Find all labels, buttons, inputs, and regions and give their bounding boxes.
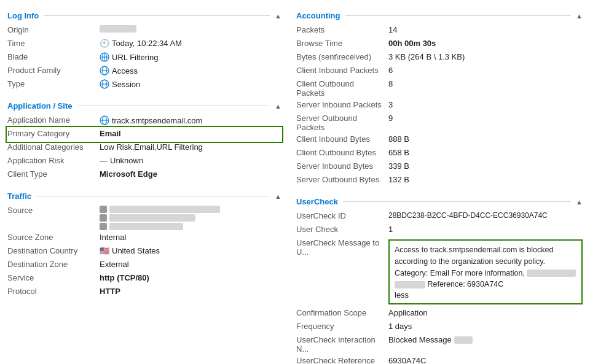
browse-time-text: 00h 00m 30s (388, 39, 436, 48)
less-link[interactable]: less (395, 290, 409, 300)
primary-category-value: Email (100, 129, 281, 138)
client-type-label: Client Type (7, 169, 100, 179)
usercheck-header: UserCheck ▲ (296, 197, 583, 206)
reference-text: Reference: 6930A74C (427, 280, 503, 288)
service-label: Service (7, 273, 100, 282)
server-outbound-bytes-row: Server Outbound Bytes 132 B (296, 174, 583, 187)
traffic-header: Traffic ▲ (7, 192, 281, 201)
dest-zone-text: External (100, 260, 129, 269)
client-outbound-bytes-value: 658 B (388, 148, 583, 157)
server-inbound-packets-row: Server Inbound Packets 3 (296, 99, 583, 112)
sob-text: 132 B (388, 175, 409, 184)
user-check-label: User Check (296, 225, 388, 234)
source-blur-2 (109, 214, 195, 222)
service-value: http (TCP/80) (100, 273, 281, 282)
frequency-text: 1 days (388, 322, 412, 331)
accounting-chevron[interactable]: ▲ (576, 12, 583, 20)
client-inbound-bytes-value: 888 B (388, 134, 583, 144)
server-outbound-packets-row: Server Outbound Packets 9 (296, 112, 583, 133)
client-inbound-bytes-row: Client Inbound Bytes 888 B (296, 133, 583, 147)
dash-icon: — (100, 156, 108, 165)
source-value (100, 206, 281, 230)
type-globe-icon (100, 79, 112, 90)
server-inbound-bytes-label: Server Inbound Bytes (296, 161, 388, 171)
bytes-row: Bytes (sent\received) 3 KB (264 B \ 1.3 … (296, 51, 583, 64)
app-site-chevron[interactable]: ▲ (275, 103, 281, 110)
usercheck-interaction-label: UserCheck Interaction N... (296, 335, 388, 354)
server-outbound-bytes-label: Server Outbound Bytes (296, 175, 388, 184)
dest-zone-row: Destination Zone External (7, 258, 281, 272)
accounting-header: Accounting ▲ (296, 11, 583, 20)
source-icon-2 (100, 214, 107, 222)
bytes-value: 3 KB (264 B \ 1.3 KB) (388, 52, 583, 61)
dest-country-label: Destination Country (7, 246, 100, 255)
app-site-divider (77, 106, 270, 106)
additional-categories-label: Additional Categories (7, 142, 100, 152)
log-info-divider (44, 15, 270, 16)
log-info-family-value: Access (100, 66, 281, 76)
packets-text: 14 (388, 25, 397, 34)
usercheck-id-text: 28BDC238-B2CC-4BFD-D4CC-ECC36930A74C (388, 211, 548, 220)
traffic-title: Traffic (7, 192, 31, 201)
user-check-row: User Check 1 (296, 223, 583, 237)
client-inbound-packets-value: 6 (388, 66, 583, 75)
dest-zone-label: Destination Zone (7, 260, 100, 269)
traffic-chevron[interactable]: ▲ (275, 193, 281, 200)
cop-text: 8 (388, 79, 393, 88)
app-site-title: Application / Site (7, 101, 72, 110)
additional-categories-value: Low Risk,Email,URL Filtering (100, 142, 281, 152)
client-outbound-packets-label: Client Outbound Packets (296, 79, 388, 98)
right-panel: Accounting ▲ Packets 14 Browse Time 00h … (289, 5, 590, 364)
log-info-origin-row: Origin (7, 24, 281, 37)
browse-time-value: 00h 00m 30s (388, 39, 583, 48)
source-label: Source (7, 206, 100, 215)
left-panel: Log Info ▲ Origin Time 🕙 Today, 10:22:34… (0, 5, 289, 364)
usercheck-reference-value: 6930A74C (388, 356, 583, 364)
source-blur-3 (109, 223, 183, 230)
dest-zone-value: External (100, 260, 281, 269)
log-info-title: Log Info (7, 11, 39, 20)
message-blur (527, 269, 576, 277)
origin-blur (100, 25, 136, 33)
client-outbound-packets-value: 8 (388, 79, 583, 88)
cob-text: 658 B (388, 148, 409, 157)
protocol-label: Protocol (7, 287, 100, 296)
usercheck-reference-row: UserCheck Reference 6930A74C (296, 355, 583, 364)
usercheck-message-text: Access to track.smtpsendemail.com is blo… (395, 246, 576, 288)
server-inbound-packets-value: 3 (388, 100, 583, 109)
usercheck-interaction-value: Blocked Message (388, 335, 583, 344)
confirmation-scope-label: Confirmation Scope (296, 308, 388, 317)
us-flag: 🇺🇸 (100, 246, 109, 255)
source-zone-value: Internal (100, 233, 281, 242)
app-risk-row: Application Risk — Unknown (7, 155, 281, 168)
traffic-divider (36, 196, 270, 196)
source-blur-row-3 (100, 223, 183, 230)
client-inbound-bytes-label: Client Inbound Bytes (296, 134, 388, 144)
source-blur-row-1 (100, 206, 220, 213)
usercheck-reference-text: 6930A74C (388, 356, 426, 364)
accounting-title: Accounting (296, 11, 340, 20)
blade-text: URL Filtering (112, 53, 158, 62)
app-risk-value: — Unknown (100, 156, 281, 165)
log-info-blade-value: URL Filtering (100, 52, 281, 63)
server-inbound-packets-label: Server Inbound Packets (296, 100, 388, 109)
usercheck-message-value: Access to track.smtpsendemail.com is blo… (388, 238, 583, 306)
confirmation-scope-text: Application (388, 308, 428, 317)
frequency-row: Frequency 1 days (296, 320, 583, 334)
log-info-origin-value (100, 25, 281, 33)
log-info-chevron[interactable]: ▲ (275, 12, 281, 20)
interaction-blur (454, 336, 473, 344)
source-zone-row: Source Zone Internal (7, 231, 281, 245)
client-outbound-bytes-row: Client Outbound Bytes 658 B (296, 147, 583, 160)
protocol-value: HTTP (100, 287, 281, 296)
usercheck-message-box: Access to track.smtpsendemail.com is blo… (388, 239, 583, 304)
usercheck-chevron[interactable]: ▲ (576, 198, 583, 206)
server-outbound-bytes-value: 132 B (388, 175, 583, 184)
additional-categories-text: Low Risk,Email,URL Filtering (100, 142, 203, 152)
additional-categories-row: Additional Categories Low Risk,Email,URL… (7, 141, 281, 155)
app-name-row: Application Name track.smtpsendemail.com (7, 114, 281, 128)
usercheck-reference-label: UserCheck Reference (296, 356, 388, 364)
server-outbound-packets-label: Server Outbound Packets (296, 114, 388, 132)
packets-row: Packets 14 (296, 24, 583, 37)
usercheck-message-label: UserCheck Message to U... (296, 238, 388, 257)
